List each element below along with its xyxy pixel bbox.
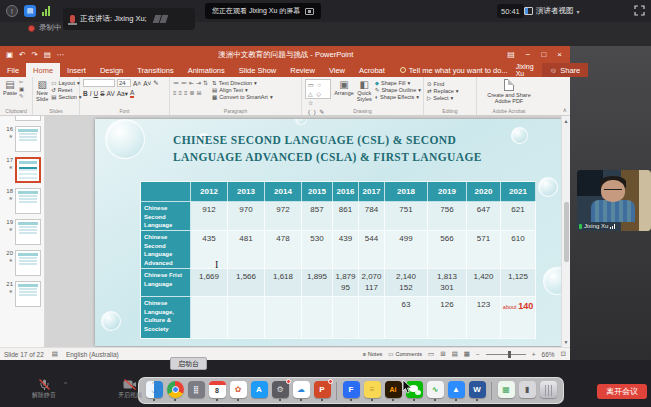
replace-button[interactable]: ⇄Replace ▾ [427, 88, 474, 94]
thumbnail-preview[interactable] [15, 157, 41, 183]
bullets-icon[interactable]: ≔ [173, 79, 179, 86]
meeting-id-icon[interactable]: ▤ [24, 5, 36, 17]
zoom-in-icon[interactable]: + [532, 351, 536, 358]
underline-button[interactable]: U [94, 90, 99, 97]
fit-window-icon[interactable]: ⊡ [561, 350, 566, 358]
undo-icon[interactable]: ↶ [19, 50, 25, 59]
section-button[interactable]: ▤Section ▾ [51, 94, 81, 100]
tab-acrobat[interactable]: Acrobat [352, 63, 392, 77]
maximize-icon[interactable]: □ [541, 50, 546, 59]
thumbnail-item-17[interactable]: 17★ [2, 157, 41, 183]
table-cell[interactable]: 63 [385, 296, 428, 338]
increase-indent-icon[interactable]: ⇥ [196, 79, 201, 86]
table-cell[interactable]: 756 [428, 202, 467, 231]
layout-button[interactable]: ▭Layout ▾ [51, 80, 81, 86]
dock-item-system-settings[interactable]: ⚙ [271, 381, 289, 401]
row-label[interactable]: Chinese Second Language [141, 202, 191, 231]
dock-item-green-utility[interactable]: ▦ [497, 381, 515, 401]
align-text-button[interactable]: ▤Align Text ▾ [212, 87, 273, 93]
font-size-box[interactable]: 24 [117, 79, 131, 87]
tab-transitions[interactable]: Transitions [130, 63, 180, 77]
grow-font-icon[interactable]: A˄ [133, 80, 141, 87]
green-utility-icon[interactable]: ▦ [498, 381, 515, 398]
thumbnail-preview[interactable] [15, 250, 41, 276]
row-label[interactable]: Chinese Frist Language [141, 268, 191, 296]
tab-view[interactable]: View [322, 63, 352, 77]
line-spacing-icon[interactable]: ⇅ [203, 79, 208, 86]
thumbnail-preview[interactable] [15, 219, 41, 245]
dock-item-chrome[interactable] [166, 381, 184, 401]
zoom-slider-thumb[interactable] [508, 351, 511, 358]
table-cell[interactable]: 566 [428, 231, 467, 269]
save-icon[interactable]: ▣ [6, 50, 13, 59]
strikethrough-button[interactable]: S [100, 90, 104, 97]
vertical-scrollbar[interactable]: ▲ ▼ [561, 116, 570, 347]
char-spacing-icon[interactable]: AV [107, 90, 115, 97]
dock-item-voice-app[interactable]: ∿ [426, 381, 444, 401]
table-cell[interactable]: 1,618 [265, 268, 302, 296]
italic-button[interactable]: I [90, 90, 92, 97]
slideshow-view-icon[interactable]: ▦ [464, 350, 470, 358]
ribbon-options-icon[interactable]: ▤ [507, 50, 515, 59]
text-direction-button[interactable]: ⇅Text Direction ▾ [212, 80, 273, 86]
spellcheck-icon[interactable]: ▤ [52, 350, 58, 358]
slideshow-icon[interactable]: ▤ [44, 50, 51, 59]
zoom-out-icon[interactable]: − [476, 351, 480, 358]
table-cell[interactable]: 2,070117 [359, 268, 385, 296]
share-button[interactable]: ☺ Share [542, 63, 589, 77]
format-painter-icon[interactable]: ✎ [19, 93, 24, 99]
reset-button[interactable]: ↺Reset [51, 87, 81, 93]
table-cell[interactable]: 1,813301 [428, 268, 467, 296]
year-header[interactable]: 2019 [428, 182, 467, 202]
app-store-icon[interactable]: A [251, 381, 268, 398]
slide-canvas[interactable]: CHINESE SECOND LANGUAGE (CSL) & SECOND L… [95, 119, 562, 346]
table-cell[interactable]: 435 [191, 231, 228, 269]
dock-item-voov-meeting[interactable]: ▲ [447, 381, 465, 401]
ppt-titlebar[interactable]: ▣ ↶ ↷ ▤ ⋯ 澳洲中文教育的问题与挑战 - PowerPoint ▤ − … [0, 46, 570, 63]
powerpoint-icon[interactable]: P [314, 381, 331, 398]
justify-icon[interactable]: ≣ [190, 89, 195, 96]
tab-home[interactable]: Home [26, 63, 60, 77]
collapse-ribbon-icon[interactable]: ∧ [563, 106, 567, 113]
dock-item-trash[interactable] [539, 381, 557, 401]
scroll-down-icon[interactable]: ▼ [564, 339, 569, 345]
row-label[interactable]: Chinese Second Language Advanced [141, 231, 191, 269]
scroll-up-icon[interactable]: ▲ [564, 118, 569, 124]
quick-access-toolbar[interactable]: ▣ ↶ ↷ ▤ ⋯ [6, 50, 64, 59]
shape-outline-button[interactable]: ✎Shape Outline ▾ [375, 87, 421, 93]
table-corner-cell[interactable] [141, 182, 191, 202]
thumbnail-item-21[interactable]: 21★ [2, 281, 41, 307]
zoom-percent[interactable]: 66% [542, 351, 555, 358]
table-cell[interactable]: 610 [501, 231, 536, 269]
account-name[interactable]: Jixing Xu [516, 63, 542, 77]
language-indicator[interactable]: English (Australia) [66, 351, 119, 358]
dock-item-calendar[interactable]: 8 [208, 381, 226, 401]
zoom-slider[interactable] [486, 354, 526, 355]
align-left-icon[interactable]: ≡ [173, 90, 177, 96]
thumbnail-item-16[interactable]: 16★ [2, 126, 41, 152]
thumbnail-item-20[interactable]: 20★ [2, 250, 41, 276]
year-header[interactable]: 2018 [385, 182, 428, 202]
unknown-slim-icon[interactable]: ▮ [519, 381, 536, 398]
trash-icon[interactable] [540, 381, 557, 398]
table-cell[interactable]: 621 [501, 202, 536, 231]
year-header[interactable]: 2017 [359, 182, 385, 202]
row-label[interactable]: Chinese Language, Culture & Scociety [141, 296, 191, 338]
decrease-indent-icon[interactable]: ⇤ [189, 79, 194, 86]
launchpad-icon[interactable]: ⣿ [188, 381, 205, 398]
font-name-box[interactable] [83, 79, 115, 87]
comments-button[interactable]: ▭ Comments [388, 351, 422, 357]
shape-effects-button[interactable]: ◐Shape Effects ▾ [375, 94, 421, 100]
meeting-info-icon[interactable]: ! [6, 5, 18, 17]
dock-item-stickies[interactable]: ≡ [363, 381, 381, 401]
year-header[interactable]: 2021 [501, 182, 536, 202]
table-cell[interactable]: 857 [302, 202, 333, 231]
dock-item-photos[interactable]: ✿ [229, 381, 247, 401]
clear-format-icon[interactable]: ✎ [153, 79, 158, 87]
table-cell[interactable]: 1,669 [191, 268, 228, 296]
fullscreen-icon[interactable] [634, 5, 645, 16]
table-cell[interactable] [359, 296, 385, 338]
thumbnail-preview[interactable] [15, 281, 41, 307]
voice-app-icon[interactable]: ∿ [427, 381, 444, 398]
year-header[interactable]: 2020 [467, 182, 501, 202]
